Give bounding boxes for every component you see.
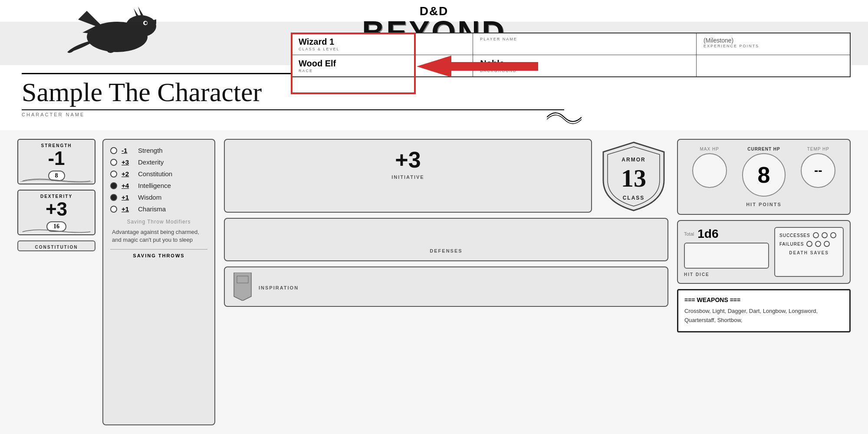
saving-throws-title: SAVING THROWS: [110, 249, 207, 258]
save-mod-wisdom: +1: [122, 194, 134, 201]
save-intelligence: +4 Intelligence: [110, 182, 207, 189]
red-arrow: [417, 51, 547, 83]
alignment-cell: [697, 55, 850, 76]
dexterity-box: DEXTERITY +3 16: [17, 190, 95, 235]
experience-cell: (Milestone) EXPERIENCE POINTS: [697, 33, 850, 55]
hit-dice-panel: Total 1d6 HIT DICE SUCCESSES FAILURES: [677, 220, 851, 284]
combat-row: +3 INITIATIVE ARMOR 13 CLASS: [224, 139, 668, 213]
strength-box: STRENGTH -1 8: [17, 139, 95, 184]
max-hp-box: [692, 153, 727, 188]
failure-circle-3: [824, 241, 830, 247]
success-circle-2: [822, 232, 828, 238]
save-circle-constitution: [110, 171, 117, 178]
shield-svg: ARMOR 13 CLASS: [599, 139, 668, 213]
save-charisma: +1 Charisma: [110, 205, 207, 213]
max-hp-cell: Max HP: [685, 147, 734, 197]
save-mod-constitution: +2: [122, 170, 134, 178]
save-name-constitution: Constitution: [138, 170, 172, 178]
max-hp-label: Max HP: [685, 147, 734, 151]
save-circle-wisdom: [110, 194, 117, 201]
svg-marker-5: [138, 7, 143, 16]
save-wisdom: +1 Wisdom: [110, 194, 207, 201]
experience-label: EXPERIENCE POINTS: [704, 44, 843, 48]
saving-throws-column: -1 Strength +3 Dexterity +2 Constitution…: [102, 139, 215, 425]
save-modifiers-label: Saving Throw Modifiers: [110, 219, 207, 225]
hp-row: Max HP Current HP 8 Temp HP --: [685, 147, 843, 197]
save-strength: -1 Strength: [110, 147, 207, 154]
weapons-list: Crossbow, Light, Dagger, Dart, Longbow, …: [684, 307, 843, 325]
successes-label: SUCCESSES: [779, 233, 810, 238]
svg-point-4: [145, 22, 147, 24]
weapons-title: === WEAPONS ===: [684, 296, 843, 303]
experience-value: (Milestone): [704, 37, 843, 44]
svg-marker-6: [134, 8, 139, 17]
defenses-label: DEFENSES: [232, 248, 661, 253]
save-name-intelligence: Intelligence: [138, 182, 171, 189]
initiative-label: INITIATIVE: [235, 174, 581, 180]
success-circle-3: [830, 232, 836, 238]
armor-class-shield: ARMOR 13 CLASS: [599, 139, 668, 213]
failure-circle-1: [806, 241, 812, 247]
hit-dice-box: [684, 243, 769, 269]
hit-dice-value-row: Total 1d6: [684, 227, 769, 241]
svg-point-9: [107, 49, 114, 53]
ability-scores-column: STRENGTH -1 8 DEXTERITY +3 16 CONSTITUTI…: [17, 139, 95, 425]
svg-point-8: [117, 46, 126, 52]
svg-text:CLASS: CLASS: [623, 195, 645, 201]
save-circle-intelligence: [110, 182, 117, 189]
save-circle-strength: [110, 147, 117, 154]
current-hp-box: 8: [742, 153, 786, 197]
hit-dice-total-label: Total: [684, 231, 694, 237]
class-level-label: CLASS & LEVEL: [299, 47, 466, 51]
svg-marker-11: [417, 56, 451, 77]
defenses-box: DEFENSES: [224, 218, 668, 261]
hit-points-label: HIT POINTS: [685, 202, 843, 207]
inspiration-box: INSPIRATION: [224, 266, 668, 307]
save-mod-strength: -1: [122, 147, 134, 154]
hit-dice-value: 1d6: [697, 227, 718, 241]
success-circle-1: [813, 232, 819, 238]
strength-modifier: -1: [21, 149, 92, 168]
svg-marker-7: [78, 11, 104, 35]
initiative-box: +3 INITIATIVE: [224, 139, 592, 213]
header-info-panel: Wizard 1 CLASS & LEVEL PLAYER NAME (Mile…: [291, 33, 851, 77]
constitution-label: CONSTITUTION: [21, 245, 92, 250]
player-name-label: PLAYER NAME: [480, 37, 689, 41]
svg-text:ARMOR: ARMOR: [621, 157, 645, 163]
svg-text:13: 13: [621, 164, 646, 192]
current-hp-label: Current HP: [739, 147, 788, 151]
inspiration-label: INSPIRATION: [259, 285, 299, 290]
header: D&D BEYOND Sample The Character CHARACTE…: [0, 0, 868, 130]
temp-hp-value: --: [814, 164, 822, 178]
dragon-logo: [61, 2, 156, 63]
temp-hp-label: Temp HP: [794, 147, 843, 151]
hp-column: Max HP Current HP 8 Temp HP --: [677, 139, 851, 425]
failures-label: FAILURES: [779, 242, 804, 247]
temp-hp-cell: Temp HP --: [794, 147, 843, 197]
current-hp-cell: Current HP 8: [739, 147, 788, 197]
weapons-panel: === WEAPONS === Crossbow, Light, Dagger,…: [677, 289, 851, 332]
save-dexterity: +3 Dexterity: [110, 158, 207, 166]
death-saves-failures-row: FAILURES: [779, 241, 838, 247]
death-saves-successes-row: SUCCESSES: [779, 232, 838, 238]
constitution-box: CONSTITUTION: [17, 240, 95, 251]
save-mod-intelligence: +4: [122, 182, 134, 189]
class-level-value: Wizard 1: [299, 37, 466, 47]
initiative-value: +3: [235, 147, 581, 173]
save-note: Advantage against being charmed, and mag…: [110, 228, 207, 244]
hit-dice-section: Total 1d6 HIT DICE: [684, 227, 769, 277]
temp-hp-box: --: [801, 153, 835, 188]
character-name-label: CHARACTER NAME: [22, 112, 564, 117]
save-circle-dexterity: [110, 159, 117, 166]
inspiration-ribbon-icon: [232, 273, 253, 301]
svg-rect-10: [451, 62, 538, 71]
death-saves-label: DEATH SAVES: [779, 250, 838, 255]
main-content: STRENGTH -1 8 DEXTERITY +3 16 CONSTITUTI…: [0, 130, 868, 434]
save-constitution: +2 Constitution: [110, 170, 207, 178]
save-name-wisdom: Wisdom: [138, 194, 161, 201]
failure-circle-2: [815, 241, 821, 247]
save-name-strength: Strength: [138, 147, 163, 154]
saving-throw-panel: -1 Strength +3 Dexterity +2 Constitution…: [102, 139, 215, 425]
save-mod-dexterity: +3: [122, 158, 134, 166]
current-hp-value: 8: [758, 162, 770, 188]
